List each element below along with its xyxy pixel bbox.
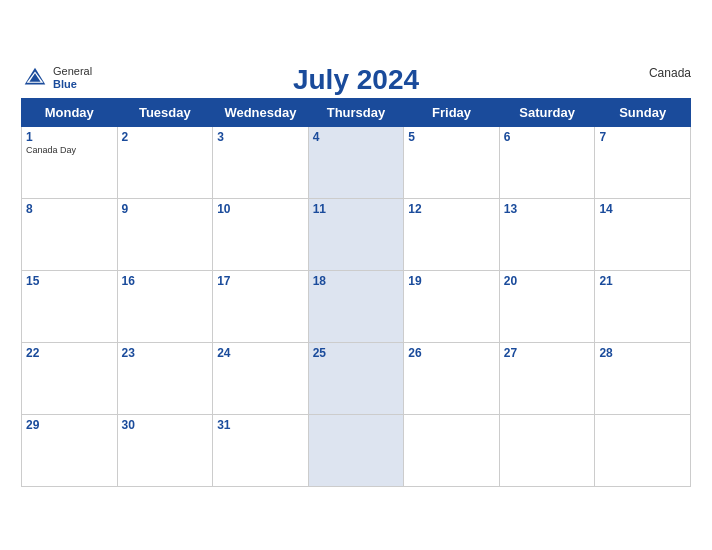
calendar-cell: 30 bbox=[117, 414, 213, 486]
country-label: Canada bbox=[649, 66, 691, 80]
weekday-header-wednesday: Wednesday bbox=[213, 98, 309, 126]
day-number: 4 bbox=[313, 130, 400, 144]
calendar-cell: 3 bbox=[213, 126, 309, 198]
logo: General Blue bbox=[21, 64, 92, 92]
week-row-3: 15161718192021 bbox=[22, 270, 691, 342]
day-number: 7 bbox=[599, 130, 686, 144]
calendar-cell: 16 bbox=[117, 270, 213, 342]
week-row-5: 293031 bbox=[22, 414, 691, 486]
calendar-title: July 2024 bbox=[293, 64, 419, 96]
header-row: MondayTuesdayWednesdayThursdayFridaySatu… bbox=[22, 98, 691, 126]
calendar-cell: 20 bbox=[499, 270, 595, 342]
day-number: 10 bbox=[217, 202, 304, 216]
day-number: 31 bbox=[217, 418, 304, 432]
day-number: 2 bbox=[122, 130, 209, 144]
day-number: 9 bbox=[122, 202, 209, 216]
logo-icon bbox=[21, 64, 49, 92]
calendar-cell: 22 bbox=[22, 342, 118, 414]
calendar-cell bbox=[404, 414, 500, 486]
day-number: 21 bbox=[599, 274, 686, 288]
calendar-cell: 6 bbox=[499, 126, 595, 198]
day-number: 11 bbox=[313, 202, 400, 216]
day-number: 20 bbox=[504, 274, 591, 288]
day-number: 14 bbox=[599, 202, 686, 216]
weekday-header-thursday: Thursday bbox=[308, 98, 404, 126]
calendar-cell: 23 bbox=[117, 342, 213, 414]
day-number: 24 bbox=[217, 346, 304, 360]
day-number: 13 bbox=[504, 202, 591, 216]
day-number: 25 bbox=[313, 346, 400, 360]
weekday-header-sunday: Sunday bbox=[595, 98, 691, 126]
calendar-cell: 25 bbox=[308, 342, 404, 414]
calendar-cell: 2 bbox=[117, 126, 213, 198]
calendar-cell: 1Canada Day bbox=[22, 126, 118, 198]
calendar-cell: 12 bbox=[404, 198, 500, 270]
logo-blue-text: Blue bbox=[53, 78, 92, 90]
calendar-cell: 13 bbox=[499, 198, 595, 270]
day-number: 26 bbox=[408, 346, 495, 360]
day-number: 15 bbox=[26, 274, 113, 288]
day-number: 16 bbox=[122, 274, 209, 288]
logo-text: General Blue bbox=[53, 65, 92, 89]
day-number: 5 bbox=[408, 130, 495, 144]
calendar-cell: 26 bbox=[404, 342, 500, 414]
day-number: 6 bbox=[504, 130, 591, 144]
day-number: 3 bbox=[217, 130, 304, 144]
calendar-header: General Blue July 2024 Canada bbox=[21, 64, 691, 92]
day-number: 17 bbox=[217, 274, 304, 288]
day-number: 19 bbox=[408, 274, 495, 288]
calendar-table: MondayTuesdayWednesdayThursdayFridaySatu… bbox=[21, 98, 691, 487]
day-number: 8 bbox=[26, 202, 113, 216]
calendar-cell: 9 bbox=[117, 198, 213, 270]
week-row-1: 1Canada Day234567 bbox=[22, 126, 691, 198]
calendar-cell: 27 bbox=[499, 342, 595, 414]
calendar-cell: 15 bbox=[22, 270, 118, 342]
calendar-cell: 8 bbox=[22, 198, 118, 270]
day-number: 30 bbox=[122, 418, 209, 432]
day-number: 1 bbox=[26, 130, 113, 144]
weekday-header-tuesday: Tuesday bbox=[117, 98, 213, 126]
calendar-cell: 7 bbox=[595, 126, 691, 198]
calendar-cell: 10 bbox=[213, 198, 309, 270]
calendar-cell: 24 bbox=[213, 342, 309, 414]
calendar-cell bbox=[595, 414, 691, 486]
calendar-cell bbox=[499, 414, 595, 486]
calendar-cell: 21 bbox=[595, 270, 691, 342]
calendar-cell: 14 bbox=[595, 198, 691, 270]
calendar-cell: 17 bbox=[213, 270, 309, 342]
calendar-cell: 29 bbox=[22, 414, 118, 486]
week-row-4: 22232425262728 bbox=[22, 342, 691, 414]
weekday-header-friday: Friday bbox=[404, 98, 500, 126]
weekday-header-monday: Monday bbox=[22, 98, 118, 126]
day-number: 18 bbox=[313, 274, 400, 288]
day-number: 27 bbox=[504, 346, 591, 360]
day-number: 12 bbox=[408, 202, 495, 216]
calendar-cell: 4 bbox=[308, 126, 404, 198]
calendar-cell: 18 bbox=[308, 270, 404, 342]
day-number: 28 bbox=[599, 346, 686, 360]
holiday-label: Canada Day bbox=[26, 145, 113, 155]
calendar: General Blue July 2024 Canada MondayTues… bbox=[11, 54, 701, 497]
calendar-cell bbox=[308, 414, 404, 486]
week-row-2: 891011121314 bbox=[22, 198, 691, 270]
logo-general-text: General bbox=[53, 65, 92, 77]
day-number: 29 bbox=[26, 418, 113, 432]
calendar-cell: 11 bbox=[308, 198, 404, 270]
calendar-cell: 28 bbox=[595, 342, 691, 414]
day-number: 22 bbox=[26, 346, 113, 360]
weekday-header-saturday: Saturday bbox=[499, 98, 595, 126]
calendar-cell: 19 bbox=[404, 270, 500, 342]
day-number: 23 bbox=[122, 346, 209, 360]
calendar-cell: 5 bbox=[404, 126, 500, 198]
calendar-cell: 31 bbox=[213, 414, 309, 486]
